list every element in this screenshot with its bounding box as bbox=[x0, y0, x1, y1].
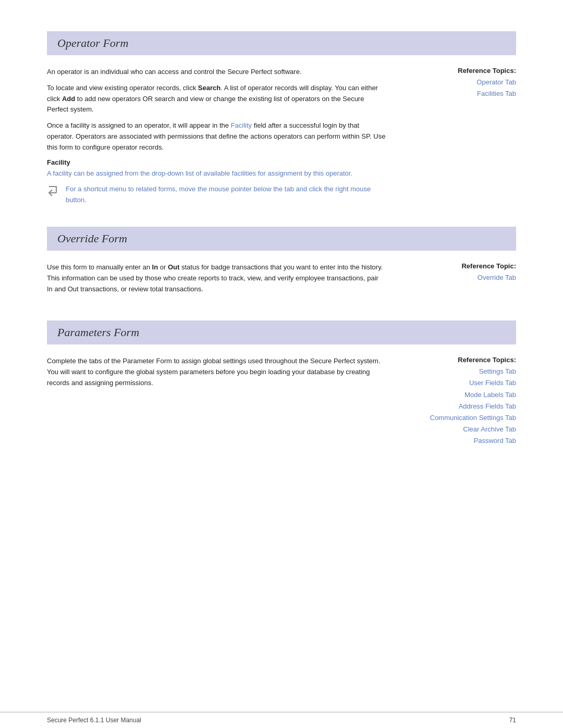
operator-para-1: An operator is an individual who can acc… bbox=[47, 67, 386, 78]
operator-tab-link[interactable]: Operator Tab bbox=[396, 77, 516, 88]
shortcut-line: For a shortcut menu to related forms, mo… bbox=[47, 184, 386, 206]
override-para-1: Use this form to manually enter an In or… bbox=[47, 262, 386, 294]
parameters-form-title: Parameters Form bbox=[57, 326, 139, 339]
footer-right: 71 bbox=[509, 717, 516, 724]
mode-labels-tab-link[interactable]: Mode Labels Tab bbox=[396, 389, 516, 401]
operator-form-header: Operator Form bbox=[47, 31, 516, 55]
clear-archive-tab-link[interactable]: Clear Archive Tab bbox=[396, 424, 516, 435]
address-fields-tab-link[interactable]: Address Fields Tab bbox=[396, 401, 516, 412]
parameters-form-main: Complete the tabs of the Parameter Form … bbox=[47, 356, 386, 447]
override-form-header: Override Form bbox=[47, 227, 516, 251]
parameters-reference-label: Reference Topics: bbox=[396, 356, 516, 364]
shortcut-icon bbox=[47, 184, 62, 197]
shortcut-text: For a shortcut menu to related forms, mo… bbox=[66, 184, 386, 206]
footer-left: Secure Perfect 6.1.1 User Manual bbox=[47, 717, 141, 724]
operator-para-3: Once a facility is assigned to an operat… bbox=[47, 120, 386, 153]
communication-settings-tab-link[interactable]: Communication Settings Tab bbox=[396, 412, 516, 424]
operator-para-2: To locate and view existing operator rec… bbox=[47, 83, 386, 115]
override-form-title: Override Form bbox=[57, 232, 127, 245]
page-footer: Secure Perfect 6.1.1 User Manual 71 bbox=[0, 712, 563, 728]
parameters-form-sidebar: Reference Topics: Settings Tab User Fiel… bbox=[396, 356, 516, 447]
operator-form-main: An operator is an individual who can acc… bbox=[47, 67, 386, 206]
operator-form-section: Operator Form An operator is an individu… bbox=[47, 31, 516, 206]
override-form-main: Use this form to manually enter an In or… bbox=[47, 262, 386, 300]
user-fields-tab-link[interactable]: User Fields Tab bbox=[396, 377, 516, 389]
operator-reference-label: Reference Topics: bbox=[396, 67, 516, 75]
operator-form-title: Operator Form bbox=[57, 36, 128, 50]
settings-tab-link[interactable]: Settings Tab bbox=[396, 366, 516, 377]
password-tab-link[interactable]: Password Tab bbox=[396, 435, 516, 447]
facility-subheading: Facility bbox=[47, 158, 386, 166]
parameters-form-header: Parameters Form bbox=[47, 320, 516, 344]
facility-link[interactable]: Facility bbox=[231, 121, 252, 129]
parameters-para-1: Complete the tabs of the Parameter Form … bbox=[47, 356, 386, 388]
page-content: Operator Form An operator is an individu… bbox=[0, 0, 563, 509]
override-reference-label: Reference Topic: bbox=[396, 262, 516, 270]
facilities-tab-link[interactable]: Facilities Tab bbox=[396, 88, 516, 100]
override-form-sidebar: Reference Topic: Override Tab bbox=[396, 262, 516, 300]
facility-description: A facility can be assigned from the drop… bbox=[47, 168, 386, 179]
parameters-form-section: Parameters Form Complete the tabs of the… bbox=[47, 320, 516, 447]
operator-form-sidebar: Reference Topics: Operator Tab Facilitie… bbox=[396, 67, 516, 206]
override-form-section: Override Form Use this form to manually … bbox=[47, 227, 516, 300]
override-tab-link[interactable]: Override Tab bbox=[396, 272, 516, 283]
